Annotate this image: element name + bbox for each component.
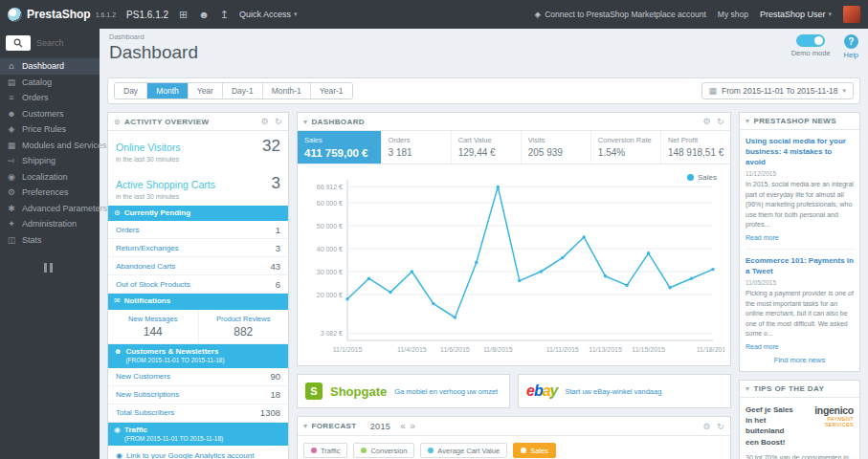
forecast-legend-item[interactable]: Average Cart Value [420, 443, 507, 458]
period-day-1-button[interactable]: Day-1 [223, 83, 263, 98]
refresh-icon[interactable]: ↻ [717, 117, 724, 126]
kpi-sales[interactable]: Sales 411 759,00 € [298, 131, 381, 164]
news-item-title[interactable]: Using social media for your business: 4 … [746, 137, 854, 167]
clock-icon: ⊙ [114, 118, 121, 126]
read-more-link[interactable]: Read more [746, 343, 779, 350]
refresh-icon[interactable]: ↻ [717, 422, 724, 431]
chart-legend: Sales [687, 173, 717, 182]
news-item-title[interactable]: Ecommerce 101: Payments in a Tweet [746, 256, 854, 277]
forecast-legend-dot [361, 448, 367, 453]
refresh-icon[interactable]: ↻ [275, 117, 282, 126]
logo-text: PrestaShop [27, 8, 91, 21]
news-item-body: Picking a payment provider is one of the… [746, 289, 854, 339]
pending-orders-link[interactable]: Orders [116, 226, 139, 234]
demo-mode-toggle[interactable] [796, 34, 825, 47]
demo-mode-control[interactable]: Demo mode [791, 34, 831, 57]
gear-icon[interactable]: ⚙ [703, 422, 711, 431]
sidebar-item-shipping[interactable]: ⇨ Shipping [0, 153, 100, 169]
dashboard-panel: ▾ DASHBOARD ⚙ ↻ Sales 411 759,00 € Order… [297, 112, 731, 366]
topbar-right: ◈ Connect to PrestaShop Marketplace acco… [535, 6, 860, 23]
customers-newsletters-header: ☻ Customers & Newsletters (FROM 2015-11-… [108, 344, 288, 368]
active-carts-stat: Active Shopping Carts 3 [108, 168, 288, 193]
help-control[interactable]: ? Help [844, 34, 858, 59]
customers-notification-icon[interactable]: ☻ [198, 10, 210, 20]
messages-notification-icon[interactable]: ↥ [220, 10, 229, 20]
header-actions: Demo mode ? Help [791, 33, 858, 59]
new-subscriptions-link[interactable]: New Subscriptions [116, 390, 179, 399]
kpi-label: Conversion Rate [598, 136, 654, 144]
online-visitors-subtitle: in the last 30 minutes [108, 156, 288, 168]
period-year-button[interactable]: Year [189, 83, 223, 98]
shopgate-banner[interactable]: S Shopgate Ga mobiel en verhoog uw omzet [297, 374, 510, 408]
kpi-orders[interactable]: Orders 3 181 [381, 131, 451, 164]
product-reviews-cell[interactable]: Product Reviews 882 [199, 310, 289, 343]
avatar[interactable] [843, 6, 860, 23]
quick-access-menu[interactable]: Quick Access ▾ [239, 10, 298, 19]
ebay-banner[interactable]: ebay Start uw eBay-winkel vandaag [518, 374, 731, 408]
shop-name[interactable]: PS1.6.1.2 [126, 10, 168, 20]
user-menu[interactable]: PrestaShop User ▾ [760, 10, 832, 19]
shopgate-link[interactable]: Ga mobiel en verhoog uw omzet [394, 387, 498, 396]
sidebar-item-dashboard[interactable]: ⌂ Dashboard [0, 58, 100, 75]
search-button[interactable] [6, 35, 31, 51]
sidebar-collapse-button[interactable] [44, 263, 56, 273]
google-analytics-link[interactable]: ◉ Link to your Google Analytics account [108, 446, 288, 459]
period-year-1-button[interactable]: Year-1 [311, 83, 352, 98]
new-messages-cell[interactable]: New Messages 144 [108, 310, 199, 343]
abandoned-carts-value: 43 [270, 261, 280, 272]
sidebar-item-advanced-parameters[interactable]: ✱ Advanced Parameters [0, 201, 100, 217]
chevron-down-icon: ▾ [842, 87, 846, 95]
kpi-conversion-rate[interactable]: Conversion Rate 1.54% [590, 131, 660, 164]
orders-notification-icon[interactable]: ⊞ [179, 10, 188, 20]
forecast-year: 2015 [370, 422, 391, 431]
news-item: Ecommerce 101: Payments in a Tweet 11/05… [746, 256, 854, 351]
sidebar-item-modules-and-services[interactable]: ▦ Modules and Services [0, 138, 100, 154]
sidebar-item-customers[interactable]: ☻ Customers [0, 106, 100, 122]
sidebar-item-administration[interactable]: ✦ Administration [0, 216, 100, 232]
sidebar-item-preferences[interactable]: ⚙ Preferences [0, 185, 100, 201]
read-more-link[interactable]: Read more [746, 234, 779, 241]
price-rules-icon: ◈ [6, 124, 17, 134]
kpi-net-profit[interactable]: Net Profit 148 918,51 € [660, 131, 730, 164]
svg-text:11/13/2015: 11/13/2015 [589, 346, 622, 353]
divider [746, 249, 854, 250]
search-input[interactable] [31, 38, 94, 48]
forecast-prev-button[interactable]: « [400, 421, 406, 431]
help-icon[interactable]: ? [844, 34, 858, 49]
sales-chart-svg: 66 912 €60 000 €50 000 €40 000 €30 000 €… [303, 170, 724, 361]
forecast-legend-dot [428, 448, 434, 453]
marketplace-link[interactable]: ◈ Connect to PrestaShop Marketplace acco… [535, 10, 706, 19]
kpi-cart-value[interactable]: Cart Value 129,44 € [451, 131, 521, 164]
svg-text:40 000 €: 40 000 € [317, 246, 343, 252]
sidebar-item-price-rules[interactable]: ◈ Price Rules [0, 121, 100, 138]
forecast-legend-dot [521, 448, 526, 453]
sidebar-item-label: Customers [22, 109, 64, 119]
out-of-stock-link[interactable]: Out of Stock Products [116, 280, 190, 289]
sidebar-item-stats[interactable]: ◫ Stats [0, 232, 100, 249]
my-shop-link[interactable]: My shop [718, 10, 748, 19]
total-subscribers-link[interactable]: Total Subscribers [116, 408, 174, 417]
activity-panel-title: ACTIVITY OVERVIEW [124, 118, 209, 126]
period-month-1-button[interactable]: Month-1 [263, 83, 311, 98]
sidebar-item-localization[interactable]: ◉ Localization [0, 169, 100, 186]
prestashop-logo[interactable]: PrestaShop 1.6.1.2 [8, 8, 116, 22]
gear-icon[interactable]: ⚙ [703, 117, 711, 126]
sidebar-item-orders[interactable]: ≡ Orders [0, 90, 100, 106]
date-range-picker[interactable]: ▦ From 2015-11-01 To 2015-11-18 ▾ [701, 82, 854, 99]
period-month-button[interactable]: Month [147, 83, 189, 98]
forecast-legend-item[interactable]: Sales [513, 443, 556, 458]
sidebar-item-catalog[interactable]: ▤ Catalog [0, 75, 100, 91]
forecast-legend-item[interactable]: Conversion [353, 443, 414, 458]
new-customers-link[interactable]: New Customers [116, 372, 170, 381]
forecast-legend-item[interactable]: Traffic [303, 443, 347, 458]
kpi-visits[interactable]: Visits 205 939 [521, 131, 590, 164]
period-day-button[interactable]: Day [115, 83, 147, 98]
find-more-news-link[interactable]: Find more news [746, 351, 854, 367]
gear-icon[interactable]: ⚙ [261, 117, 269, 126]
ebay-link[interactable]: Start uw eBay-winkel vandaag [566, 387, 662, 396]
news-panel-header: ▾ PRESTASHOP NEWS [740, 113, 859, 130]
pending-returns-link[interactable]: Return/Exchanges [116, 244, 179, 252]
sidebar-item-label: Modules and Services [22, 141, 107, 150]
forecast-next-button[interactable]: » [410, 421, 415, 431]
abandoned-carts-link[interactable]: Abandoned Carts [116, 262, 175, 271]
